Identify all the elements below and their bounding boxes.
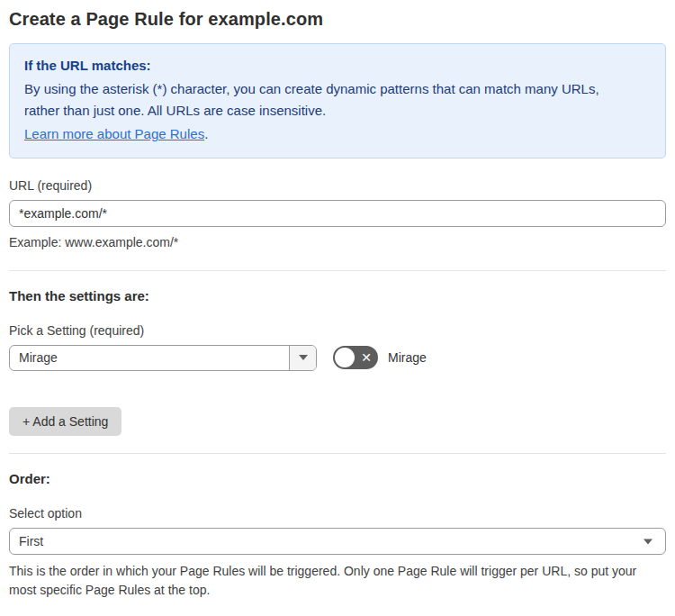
toggle-label: Mirage [388,350,427,365]
setting-select-value: Mirage [10,346,289,370]
page-title: Create a Page Rule for example.com [9,9,666,30]
mirage-toggle[interactable]: ✕ [333,346,378,369]
order-select-value: First [19,534,43,548]
url-field-label: URL (required) [9,178,666,193]
order-select[interactable]: First [9,528,666,555]
order-helper-text: This is the order in which your Page Rul… [9,562,666,601]
callout-link-line: Learn more about Page Rules. [24,123,651,145]
url-helper-text: Example: www.example.com/* [9,233,666,253]
callout-heading: If the URL matches: [24,55,651,77]
url-match-callout: If the URL matches: By using the asteris… [9,43,666,159]
order-select-label: Select option [9,506,666,521]
page-rule-form: Create a Page Rule for example.com If th… [0,0,675,616]
setting-picker-label: Pick a Setting (required) [9,323,666,338]
url-input[interactable] [9,200,666,227]
divider [9,270,666,271]
order-section-heading: Order: [9,471,666,486]
settings-section-heading: Then the settings are: [9,288,666,303]
toggle-off-x-icon: ✕ [361,351,372,364]
setting-select[interactable]: Mirage [9,345,317,371]
learn-more-link[interactable]: Learn more about Page Rules [24,126,204,141]
caret-down-icon [299,355,308,360]
setting-select-dropdown-button[interactable] [289,346,316,370]
toggle-knob [335,348,355,367]
caret-down-icon [644,539,652,544]
link-suffix: . [204,126,208,141]
divider [9,453,666,454]
callout-body: By using the asterisk (*) character, you… [24,78,636,122]
setting-row: Mirage ✕ Mirage [9,345,666,371]
add-setting-button[interactable]: + Add a Setting [9,407,122,436]
